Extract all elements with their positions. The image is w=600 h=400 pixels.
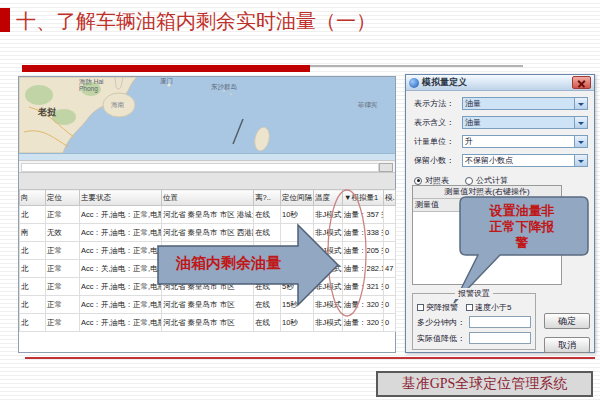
column-header[interactable]: 位置 [162,190,254,206]
table-cell: 0 [384,278,396,296]
table-row[interactable]: 北正常Acc：开,油电：正常,电瓶：正常...河北省 秦皇岛市 市区在线5秒非J… [20,278,396,296]
table-cell: 北 [20,242,46,260]
table-cell: 油量：357 升 [343,206,384,224]
table-cell: 正常 [46,296,80,314]
column-header[interactable]: 向 [20,190,46,206]
table-cell: 10秒 [281,206,314,224]
column-header[interactable]: 模.. [384,190,396,206]
table-cell: 无效 [46,224,80,242]
column-header[interactable]: 温度 [314,190,343,206]
bottom-red-line [25,357,595,359]
table-cell: 非J模式 [314,278,343,296]
table-cell: 北 [20,278,46,296]
alarm-group-title: 报警设置 [455,288,493,299]
table-cell: 15秒 [281,296,314,314]
map-label: 菲律宾 [358,101,378,108]
app-window: 海防 Hai Phong 厦门 东沙群岛 老挝 海南 菲律宾 向定位主要状态位置… [18,76,396,353]
table-cell [281,242,314,260]
table-cell: Acc：开,油电：正常,电瓶：正常... [80,206,162,224]
table-cell: 在线 [254,224,281,242]
value-drop-row: 实际值降低： [417,332,531,344]
table-cell: 非J模式 [314,242,343,260]
checkbox-speed-below[interactable]: 速度小于5 [466,302,511,313]
chevron-down-icon[interactable] [574,117,587,128]
callout-label: 设置油量非正常下降报警 [486,203,558,251]
table-cell: 5秒 [281,278,314,296]
table-cell: 油量：205 升 [343,242,384,260]
close-icon[interactable] [572,76,591,89]
table-cell: 非J模式 [314,224,343,242]
checkbox-icon [417,304,424,311]
table-cell: 10秒 [281,314,314,332]
alarm-checkboxes: 突降报警 速度小于5 [417,302,511,313]
table-cell: 北 [20,260,46,278]
decimals-select[interactable]: 不保留小数点 [462,154,588,167]
table-cell [281,260,314,278]
chevron-down-icon[interactable] [574,98,587,109]
map-view[interactable]: 海防 Hai Phong 厦门 东沙群岛 老挝 海南 菲律宾 [19,77,395,153]
column-header[interactable]: ▼模拟量1 [343,190,384,206]
chevron-down-icon[interactable] [574,155,587,166]
minutes-input[interactable] [469,316,531,328]
analog-definition-dialog: 模拟量定义 表示方法： 油量 表示含义： 油量 计量单位： 升 保留小 [405,74,595,353]
table-cell: 北 [20,314,46,332]
map-graphic [19,77,395,153]
table-cell: 河北省 秦皇岛市 市区 [162,296,254,314]
table-cell: 河北省 秦皇岛市 市区 西港路 ... [162,224,254,242]
table-row[interactable]: 北正常Acc：开,油电：正常,电瓶：正常...河北省 秦皇岛市 市区 港城大..… [20,206,396,224]
ok-button[interactable]: 确定 [544,313,590,329]
table-cell: 非J模式 [314,314,343,332]
table-cell: 油量：338 升 [343,224,384,242]
map-label: 厦门 [160,77,173,84]
chevron-down-icon[interactable] [574,136,587,147]
table-cell: 正常 [46,278,80,296]
map-label: 老挝 [38,109,56,116]
toolbar-strip [19,160,395,173]
table-cell: 在线 [254,278,281,296]
slide: 十、了解车辆油箱内剩余实时油量（一） 海防 Hai Phong 厦门 [0,0,600,400]
field-display-meaning: 表示含义： 油量 [414,116,588,129]
table-cell: 油量：320 升 [343,296,384,314]
value-drop-input[interactable] [469,332,531,344]
checkbox-sudden-drop[interactable]: 突降报警 [417,302,458,313]
column-header[interactable]: 主要状态 [80,190,162,206]
footer-box: 基准GPS全球定位管理系统 [376,371,593,397]
map-bottom-strip [19,153,395,160]
table-cell: 0 [384,224,396,242]
unit-select[interactable]: 升 [462,135,588,148]
field-decimals: 保留小数： 不保留小数点 [414,154,588,167]
fuel-arrow-label: 油箱内剩余油量 [176,254,281,273]
table-row[interactable]: 北正常Acc：开,油电：正常,电瓶：正常...河北省 秦皇岛市 市区在线10秒非… [20,314,396,332]
table-cell: 油量：321 升 [343,278,384,296]
field-label: 保留小数： [414,155,462,166]
table-cell: 河北省 秦皇岛市 市区 [162,314,254,332]
table-row[interactable]: 北正常Acc：开,油电：正常,电瓶：正常...河北省 秦皇岛市 市区在线15秒非… [20,296,396,314]
display-meaning-select[interactable]: 油量 [462,116,588,129]
table-cell: Acc：开,油电：正常,电瓶：正常... [80,278,162,296]
cancel-button[interactable]: 取消 [544,337,590,353]
table-cell: Acc：开,油电：正常,电瓶：正常... [80,224,162,242]
column-header[interactable]: 定位间隔 [281,190,314,206]
column-header[interactable]: 定位 [46,190,80,206]
table-cell: 在线 [254,296,281,314]
spacer-strip [19,173,395,189]
table-cell: 在线 [254,314,281,332]
field-display-method: 表示方法： 油量 [414,97,588,110]
field-label: 表示方法： [414,98,462,109]
table-cell: 在线 [254,206,281,224]
display-method-select[interactable]: 油量 [462,97,588,110]
table-cell: 非J模式 [314,260,343,278]
table-cell: 0 [384,314,396,332]
radio-icon [414,177,422,185]
radio-icon [465,177,473,185]
table-cell: 正常 [46,314,80,332]
alarm-settings-group: 报警设置 突降报警 速度小于5 多少分钟内： 实际值降低： [412,293,536,350]
map-label: 东沙群岛 [211,83,237,90]
table-cell: 北 [20,206,46,224]
column-header[interactable]: 离?.. [254,190,281,206]
title-underline-extension [310,65,523,67]
table-row[interactable]: 南无效Acc：开,油电：正常,电瓶：正常...河北省 秦皇岛市 市区 西港路 .… [20,224,396,242]
table-cell [281,224,314,242]
table-cell: 正常 [46,260,80,278]
toolbar-field[interactable] [21,163,379,172]
